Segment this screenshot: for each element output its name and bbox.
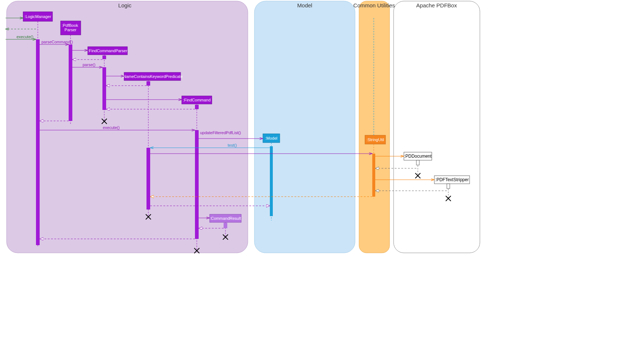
svg-rect-6	[102, 67, 106, 110]
lifeline-pddocument-label: :PDDocument	[404, 154, 432, 159]
frame-model	[254, 1, 355, 253]
svg-rect-10	[146, 81, 150, 86]
svg-rect-15	[195, 105, 199, 109]
msg-test-label: test()	[228, 143, 237, 147]
svg-rect-1	[36, 39, 40, 245]
svg-rect-27	[372, 154, 375, 197]
lifeline-model-label: :Model	[265, 136, 277, 140]
lifeline-findcommand-label: :FindCommand	[183, 98, 210, 102]
svg-rect-24	[270, 146, 273, 216]
svg-rect-29	[416, 160, 419, 165]
svg-rect-3	[69, 44, 72, 121]
lifeline-findcommandparser-label: :FindCommandParser	[88, 49, 127, 53]
frame-common	[359, 1, 390, 253]
svg-rect-20	[224, 223, 227, 228]
frame-common-title: Common Utilities	[353, 2, 395, 8]
msg-parse-label: parse()	[83, 62, 95, 67]
lifeline-pdftextstripper-label: :PDFTextStripper	[435, 177, 468, 182]
msg-execute2-label: execute()	[103, 125, 120, 130]
svg-rect-5	[102, 55, 106, 59]
frame-model-title: Model	[297, 2, 312, 8]
frame-logic-title: Logic	[118, 2, 131, 8]
lifeline-commandresult-label: :CommandResult	[210, 216, 241, 221]
msg-execute-label: execute()	[17, 35, 33, 39]
lifeline-logicmanager-label: :LogicManager	[25, 14, 51, 19]
svg-rect-11	[146, 148, 150, 209]
svg-rect-33	[447, 184, 450, 189]
lifeline-stringutil-label: :StringUtil	[366, 137, 384, 142]
svg-rect-16	[195, 130, 199, 239]
frame-pdfbox-title: Apache PDFBox	[416, 2, 457, 8]
msg-parsecommand-label: parseCommand()	[41, 40, 73, 44]
lifeline-predicate-label: :NameContainsKeywordPredicate	[122, 74, 182, 79]
msg-updatefilteredpdflist-label: updateFilteredPdfList()	[200, 130, 241, 135]
frame-pdfbox	[394, 1, 480, 253]
